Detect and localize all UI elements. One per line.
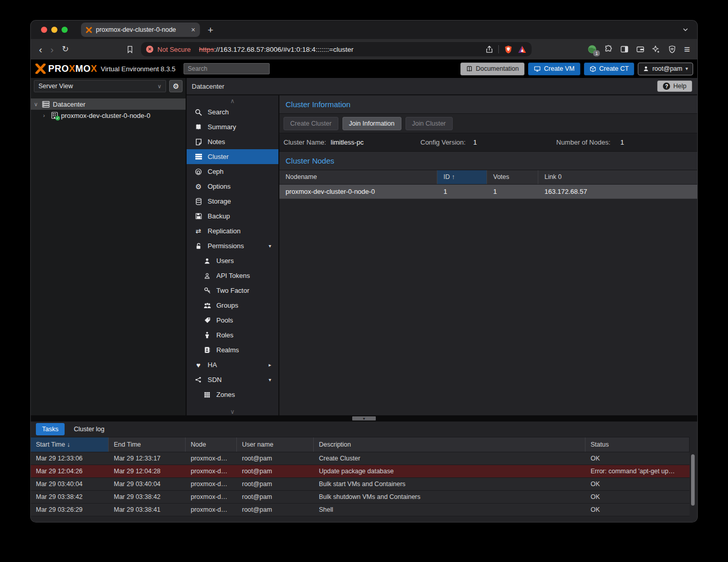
tasks-scrollbar-thumb[interactable] (691, 454, 695, 506)
back-button[interactable]: ‹ (39, 45, 42, 54)
address-bar[interactable]: ✕ Not Secure https://163.172.68.57:8006/… (141, 42, 532, 56)
key-icon (203, 287, 211, 294)
forward-button[interactable]: › (50, 45, 53, 54)
nav-item-options[interactable]: ⚙ Options (187, 179, 278, 194)
api-token-icon (203, 273, 211, 279)
column-status[interactable]: Status (585, 437, 689, 452)
task-row[interactable]: Mar 29 03:26:29 Mar 29 03:38:41 proxmox-… (31, 504, 690, 516)
toolbar-extension-icons: 1 ≡ (588, 44, 690, 54)
global-search-input[interactable] (184, 63, 270, 74)
column-description[interactable]: Description (314, 437, 585, 452)
browser-tab[interactable]: proxmox-dev-cluster-0-node × (81, 23, 200, 37)
tab-tasks[interactable]: Tasks (36, 423, 65, 435)
column-start-time[interactable]: Start Time ↓ (31, 437, 109, 452)
share-icon[interactable] (486, 46, 493, 53)
maximize-window-button[interactable] (62, 27, 68, 33)
task-row-error[interactable]: Mar 29 12:04:26 Mar 29 12:04:28 proxmox-… (31, 465, 690, 478)
browser-menu-icon[interactable]: ≡ (684, 44, 690, 54)
tree-item-datacenter[interactable]: ∨ Datacenter (31, 98, 186, 110)
brand-wordmark: PROXMOX (48, 64, 97, 74)
screen: proxmox-dev-cluster-0-node × + ‹ › ↻ ✕ N… (0, 0, 728, 562)
nav-item-zones[interactable]: Zones (187, 387, 278, 402)
create-vm-button[interactable]: Create VM (528, 63, 580, 75)
bookmark-icon[interactable] (126, 46, 134, 53)
create-cluster-button[interactable]: Create Cluster (284, 117, 338, 130)
column-node[interactable]: Node (186, 437, 237, 452)
caret-down-icon: ▾ (269, 243, 271, 249)
nav-scroll-down-icon[interactable]: ∨ (187, 408, 278, 415)
sidebar-toggle-icon[interactable] (620, 45, 629, 53)
create-ct-button[interactable]: Create CT (584, 63, 635, 75)
tab-close-icon[interactable]: × (191, 26, 195, 34)
collapse-panel-handle[interactable]: ▼ (352, 416, 376, 420)
collapse-caret-icon[interactable]: ∨ (34, 101, 39, 108)
nav-item-two-factor[interactable]: Two Factor (187, 283, 278, 298)
documentation-button[interactable]: Documentation (460, 63, 524, 75)
nav-item-summary[interactable]: Summary (187, 119, 278, 134)
column-link0[interactable]: Link 0 (538, 170, 697, 184)
nav-item-realms[interactable]: Realms (187, 343, 278, 357)
vpn-shield-icon[interactable] (668, 45, 676, 53)
tree-item-node[interactable]: › ✓ proxmox-dev-cluster-0-node-0 (31, 110, 186, 121)
grid-icon (203, 392, 211, 398)
new-tab-button[interactable]: + (208, 25, 213, 35)
nav-item-search[interactable]: Search (187, 105, 278, 119)
join-information-button[interactable]: Join Information (342, 117, 401, 130)
monitor-icon (534, 66, 541, 72)
nav-item-sdn[interactable]: SDN ▾ (187, 372, 278, 387)
nav-item-api-tokens[interactable]: API Tokens (187, 268, 278, 283)
column-end-time[interactable]: End Time (109, 437, 186, 452)
join-cluster-button[interactable]: Join Cluster (406, 117, 453, 130)
replication-icon: ⇄ (194, 227, 203, 235)
nav-item-backup[interactable]: Backup (187, 209, 278, 224)
cluster-name-label: Cluster Name: (284, 138, 326, 146)
panel-splitter-horizontal[interactable]: ▼ (31, 415, 697, 422)
user-menu-button[interactable]: root@pam ▾ (638, 63, 693, 75)
cube-icon (590, 66, 596, 72)
status-ok: OK (585, 504, 690, 516)
column-votes[interactable]: Votes (487, 170, 538, 184)
tab-cluster-log[interactable]: Cluster log (70, 423, 109, 435)
brave-shield-icon[interactable] (504, 45, 513, 54)
tasks-tab-bar: Tasks Cluster log (31, 422, 697, 437)
nav-item-groups[interactable]: Groups (187, 298, 278, 313)
task-row[interactable]: Mar 29 03:40:04 Mar 29 03:40:04 proxmox-… (31, 478, 690, 491)
column-id[interactable]: ID ↑ (437, 170, 487, 184)
cluster-icon (194, 153, 203, 160)
view-mode-select[interactable]: Server View ∨ (34, 80, 166, 92)
extensions-icon[interactable] (604, 45, 613, 53)
url-text[interactable]: https://163.172.68.57:8006/#v1:0:18:4:::… (199, 46, 353, 53)
nav-item-cluster[interactable]: Cluster (187, 149, 278, 164)
column-nodename[interactable]: Nodename (279, 170, 437, 184)
bat-rewards-icon[interactable] (518, 45, 527, 54)
profile-avatar[interactable]: 1 (588, 45, 597, 54)
nav-item-pools[interactable]: Pools (187, 313, 278, 328)
nav-item-permissions[interactable]: Permissions ▾ (187, 238, 278, 253)
nav-item-roles[interactable]: Roles (187, 328, 278, 343)
help-button[interactable]: ? Help (657, 81, 692, 92)
status-ok: OK (585, 478, 690, 490)
tree-settings-button[interactable]: ⚙ (169, 80, 183, 92)
nav-item-users[interactable]: Users (187, 253, 278, 268)
tab-favicon-proxmox-icon (86, 27, 92, 33)
status-ok: OK (585, 452, 690, 465)
toolbar-divider (498, 45, 499, 53)
reload-button[interactable]: ↻ (62, 45, 69, 53)
close-window-button[interactable] (41, 27, 47, 33)
node-row[interactable]: proxmox-dev-cluster-0-node-0 1 1 163.172… (279, 185, 697, 199)
task-row[interactable]: Mar 29 12:33:06 Mar 29 12:33:17 proxmox-… (31, 452, 690, 465)
column-user-name[interactable]: User name (237, 437, 314, 452)
nav-item-replication[interactable]: ⇄ Replication (187, 224, 278, 238)
nav-item-ceph[interactable]: Ceph (187, 164, 278, 179)
tab-search-chevron-icon[interactable] (682, 26, 689, 33)
backup-icon (194, 213, 203, 219)
leo-ai-icon[interactable] (652, 45, 660, 53)
expand-caret-icon[interactable]: › (43, 112, 48, 118)
nav-scroll-up-icon[interactable]: ∧ (187, 97, 278, 105)
nav-item-ha[interactable]: ♥ HA ▸ (187, 357, 278, 372)
minimize-window-button[interactable] (51, 27, 57, 33)
task-row[interactable]: Mar 29 03:38:42 Mar 29 03:38:42 proxmox-… (31, 491, 690, 504)
nav-item-storage[interactable]: Storage (187, 194, 278, 209)
nav-item-notes[interactable]: Notes (187, 134, 278, 149)
wallet-icon[interactable] (636, 45, 644, 53)
